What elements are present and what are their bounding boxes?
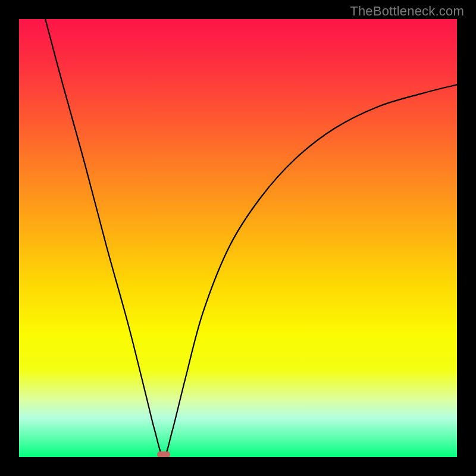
chart-frame: TheBottleneck.com — [0, 0, 476, 476]
watermark-text: TheBottleneck.com — [350, 4, 464, 19]
bottleneck-curve — [19, 19, 457, 457]
minimum-marker — [157, 452, 170, 458]
plot-area — [19, 19, 457, 457]
